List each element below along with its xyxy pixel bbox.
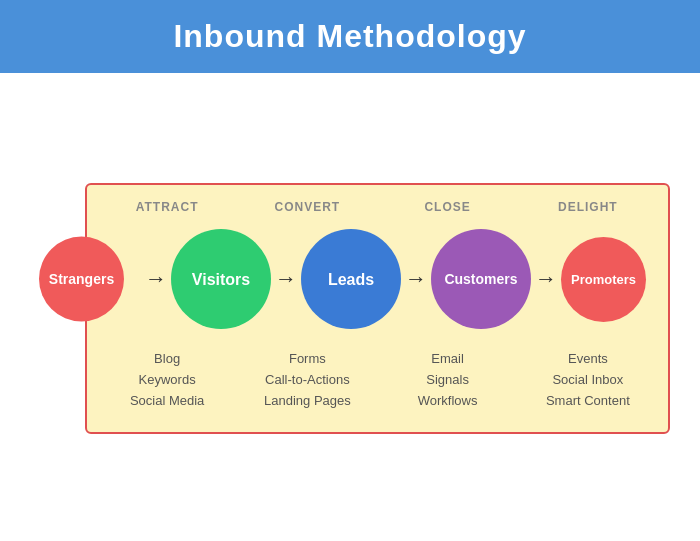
phase-delight: DELIGHT: [518, 200, 658, 214]
arrow-4: →: [535, 266, 557, 292]
yellow-box: ATTRACT CONVERT CLOSE DELIGHT Strangers …: [85, 183, 670, 433]
circles-area: Strangers → Visitors → Leads →: [97, 224, 658, 334]
phase-attract: ATTRACT: [97, 200, 237, 214]
phase-convert: CONVERT: [237, 200, 377, 214]
arrow-2: →: [275, 266, 297, 292]
phase-close: CLOSE: [378, 200, 518, 214]
diagram-wrapper: ATTRACT CONVERT CLOSE DELIGHT Strangers …: [30, 183, 670, 433]
tools-row: Blog Keywords Social Media Forms Call-to…: [97, 349, 658, 411]
arrow-1: →: [145, 266, 167, 292]
circle-customers: Customers: [431, 229, 531, 329]
header: Inbound Methodology: [0, 0, 700, 73]
circle-leads: Leads: [301, 229, 401, 329]
circle-strangers: Strangers: [39, 237, 124, 322]
circle-visitors: Visitors: [171, 229, 271, 329]
main-content: ATTRACT CONVERT CLOSE DELIGHT Strangers …: [0, 73, 700, 541]
tools-close: Email Signals Workflows: [378, 349, 518, 411]
arrow-3: →: [405, 266, 427, 292]
tools-convert: Forms Call-to-Actions Landing Pages: [237, 349, 377, 411]
page-title: Inbound Methodology: [0, 18, 700, 55]
phases-row: ATTRACT CONVERT CLOSE DELIGHT: [97, 200, 658, 214]
circle-promoters: Promoters: [561, 237, 646, 322]
tools-attract: Blog Keywords Social Media: [97, 349, 237, 411]
strangers-wrapper: Strangers: [39, 237, 124, 322]
tools-delight: Events Social Inbox Smart Content: [518, 349, 658, 411]
